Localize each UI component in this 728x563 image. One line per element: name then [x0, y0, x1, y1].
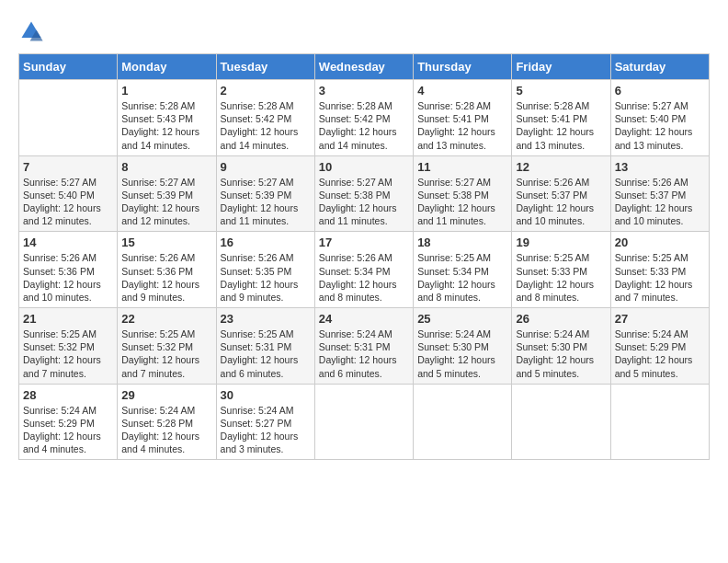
- cell-sun-info: Sunrise: 5:26 AM Sunset: 5:36 PM Dayligh…: [121, 251, 211, 304]
- day-number: 28: [23, 388, 113, 402]
- day-header-sunday: Sunday: [19, 54, 118, 80]
- day-number: 3: [319, 84, 409, 98]
- calendar-cell: 23Sunrise: 5:25 AM Sunset: 5:31 PM Dayli…: [216, 308, 314, 385]
- day-header-monday: Monday: [118, 54, 216, 80]
- cell-sun-info: Sunrise: 5:28 AM Sunset: 5:43 PM Dayligh…: [121, 99, 211, 152]
- day-header-thursday: Thursday: [414, 54, 512, 80]
- calendar-cell: 7Sunrise: 5:27 AM Sunset: 5:40 PM Daylig…: [19, 155, 118, 232]
- day-number: 18: [417, 236, 507, 249]
- day-number: 7: [23, 160, 113, 174]
- calendar-cell: 15Sunrise: 5:26 AM Sunset: 5:36 PM Dayli…: [118, 232, 216, 308]
- day-number: 11: [417, 160, 507, 174]
- page-header: [18, 18, 710, 44]
- calendar-cell: 8Sunrise: 5:27 AM Sunset: 5:39 PM Daylig…: [118, 155, 216, 232]
- calendar-cell: [314, 384, 413, 460]
- calendar-cell: [610, 384, 709, 460]
- day-number: 30: [221, 388, 311, 402]
- calendar-cell: 21Sunrise: 5:25 AM Sunset: 5:32 PM Dayli…: [19, 308, 118, 385]
- day-number: 27: [615, 312, 705, 326]
- calendar-cell: 27Sunrise: 5:24 AM Sunset: 5:29 PM Dayli…: [610, 308, 709, 385]
- calendar-cell: 11Sunrise: 5:27 AM Sunset: 5:38 PM Dayli…: [414, 155, 512, 232]
- day-number: 26: [516, 312, 606, 326]
- cell-sun-info: Sunrise: 5:24 AM Sunset: 5:30 PM Dayligh…: [417, 327, 507, 380]
- calendar-cell: 29Sunrise: 5:24 AM Sunset: 5:28 PM Dayli…: [118, 384, 216, 460]
- cell-sun-info: Sunrise: 5:27 AM Sunset: 5:38 PM Dayligh…: [417, 176, 507, 228]
- day-header-tuesday: Tuesday: [216, 54, 314, 80]
- day-number: 14: [23, 236, 113, 249]
- day-number: 9: [221, 160, 311, 174]
- calendar-cell: [414, 384, 512, 460]
- calendar-cell: 19Sunrise: 5:25 AM Sunset: 5:33 PM Dayli…: [512, 232, 610, 308]
- cell-sun-info: Sunrise: 5:24 AM Sunset: 5:30 PM Dayligh…: [516, 327, 606, 380]
- day-number: 25: [417, 312, 507, 326]
- calendar-cell: 25Sunrise: 5:24 AM Sunset: 5:30 PM Dayli…: [414, 308, 512, 385]
- day-number: 10: [319, 160, 409, 174]
- day-number: 23: [221, 312, 311, 326]
- day-number: 29: [121, 388, 211, 402]
- calendar-cell: 16Sunrise: 5:26 AM Sunset: 5:35 PM Dayli…: [216, 232, 314, 308]
- day-number: 12: [516, 160, 606, 174]
- day-header-friday: Friday: [512, 54, 610, 80]
- cell-sun-info: Sunrise: 5:24 AM Sunset: 5:28 PM Dayligh…: [121, 404, 211, 456]
- calendar-cell: 4Sunrise: 5:28 AM Sunset: 5:41 PM Daylig…: [414, 80, 512, 156]
- cell-sun-info: Sunrise: 5:25 AM Sunset: 5:31 PM Dayligh…: [221, 327, 311, 380]
- calendar-week-row: 28Sunrise: 5:24 AM Sunset: 5:29 PM Dayli…: [19, 384, 710, 460]
- cell-sun-info: Sunrise: 5:24 AM Sunset: 5:29 PM Dayligh…: [23, 404, 113, 456]
- cell-sun-info: Sunrise: 5:26 AM Sunset: 5:34 PM Dayligh…: [319, 251, 409, 304]
- logo: [18, 18, 48, 44]
- cell-sun-info: Sunrise: 5:27 AM Sunset: 5:40 PM Dayligh…: [23, 176, 113, 228]
- cell-sun-info: Sunrise: 5:25 AM Sunset: 5:32 PM Dayligh…: [23, 327, 113, 380]
- cell-sun-info: Sunrise: 5:24 AM Sunset: 5:27 PM Dayligh…: [221, 404, 311, 456]
- day-header-wednesday: Wednesday: [314, 54, 413, 80]
- calendar-cell: 28Sunrise: 5:24 AM Sunset: 5:29 PM Dayli…: [19, 384, 118, 460]
- day-number: 2: [221, 84, 311, 98]
- day-number: 8: [121, 160, 211, 174]
- calendar-cell: 20Sunrise: 5:25 AM Sunset: 5:33 PM Dayli…: [610, 232, 709, 308]
- calendar-table: SundayMondayTuesdayWednesdayThursdayFrid…: [18, 53, 710, 460]
- calendar-cell: 6Sunrise: 5:27 AM Sunset: 5:40 PM Daylig…: [610, 80, 709, 156]
- calendar-cell: [512, 384, 610, 460]
- calendar-week-row: 7Sunrise: 5:27 AM Sunset: 5:40 PM Daylig…: [19, 155, 710, 232]
- logo-icon: [18, 18, 44, 44]
- calendar-cell: 18Sunrise: 5:25 AM Sunset: 5:34 PM Dayli…: [414, 232, 512, 308]
- day-number: 4: [417, 84, 507, 98]
- cell-sun-info: Sunrise: 5:28 AM Sunset: 5:41 PM Dayligh…: [417, 99, 507, 152]
- day-number: 21: [23, 312, 113, 326]
- day-number: 15: [121, 236, 211, 249]
- calendar-cell: 22Sunrise: 5:25 AM Sunset: 5:32 PM Dayli…: [118, 308, 216, 385]
- cell-sun-info: Sunrise: 5:26 AM Sunset: 5:36 PM Dayligh…: [23, 251, 113, 304]
- cell-sun-info: Sunrise: 5:25 AM Sunset: 5:33 PM Dayligh…: [516, 251, 606, 304]
- cell-sun-info: Sunrise: 5:27 AM Sunset: 5:38 PM Dayligh…: [319, 176, 409, 228]
- day-number: 22: [121, 312, 211, 326]
- day-number: 13: [615, 160, 705, 174]
- calendar-cell: 13Sunrise: 5:26 AM Sunset: 5:37 PM Dayli…: [610, 155, 709, 232]
- day-number: 17: [319, 236, 409, 249]
- calendar-cell: 3Sunrise: 5:28 AM Sunset: 5:42 PM Daylig…: [314, 80, 413, 156]
- day-number: 19: [516, 236, 606, 249]
- cell-sun-info: Sunrise: 5:25 AM Sunset: 5:32 PM Dayligh…: [121, 327, 211, 380]
- cell-sun-info: Sunrise: 5:28 AM Sunset: 5:41 PM Dayligh…: [516, 99, 606, 152]
- calendar-cell: 14Sunrise: 5:26 AM Sunset: 5:36 PM Dayli…: [19, 232, 118, 308]
- day-number: 24: [319, 312, 409, 326]
- cell-sun-info: Sunrise: 5:24 AM Sunset: 5:31 PM Dayligh…: [319, 327, 409, 380]
- calendar-cell: 24Sunrise: 5:24 AM Sunset: 5:31 PM Dayli…: [314, 308, 413, 385]
- cell-sun-info: Sunrise: 5:26 AM Sunset: 5:35 PM Dayligh…: [221, 251, 311, 304]
- calendar-header-row: SundayMondayTuesdayWednesdayThursdayFrid…: [19, 54, 710, 80]
- cell-sun-info: Sunrise: 5:27 AM Sunset: 5:40 PM Dayligh…: [615, 99, 705, 152]
- cell-sun-info: Sunrise: 5:26 AM Sunset: 5:37 PM Dayligh…: [615, 176, 705, 228]
- day-header-saturday: Saturday: [610, 54, 709, 80]
- calendar-cell: 1Sunrise: 5:28 AM Sunset: 5:43 PM Daylig…: [118, 80, 216, 156]
- cell-sun-info: Sunrise: 5:26 AM Sunset: 5:37 PM Dayligh…: [516, 176, 606, 228]
- calendar-cell: 30Sunrise: 5:24 AM Sunset: 5:27 PM Dayli…: [216, 384, 314, 460]
- calendar-cell: [19, 80, 118, 156]
- calendar-cell: 26Sunrise: 5:24 AM Sunset: 5:30 PM Dayli…: [512, 308, 610, 385]
- calendar-cell: 17Sunrise: 5:26 AM Sunset: 5:34 PM Dayli…: [314, 232, 413, 308]
- cell-sun-info: Sunrise: 5:27 AM Sunset: 5:39 PM Dayligh…: [221, 176, 311, 228]
- calendar-cell: 12Sunrise: 5:26 AM Sunset: 5:37 PM Dayli…: [512, 155, 610, 232]
- day-number: 5: [516, 84, 606, 98]
- cell-sun-info: Sunrise: 5:24 AM Sunset: 5:29 PM Dayligh…: [615, 327, 705, 380]
- calendar-cell: 2Sunrise: 5:28 AM Sunset: 5:42 PM Daylig…: [216, 80, 314, 156]
- cell-sun-info: Sunrise: 5:25 AM Sunset: 5:33 PM Dayligh…: [615, 251, 705, 304]
- calendar-cell: 5Sunrise: 5:28 AM Sunset: 5:41 PM Daylig…: [512, 80, 610, 156]
- day-number: 16: [221, 236, 311, 249]
